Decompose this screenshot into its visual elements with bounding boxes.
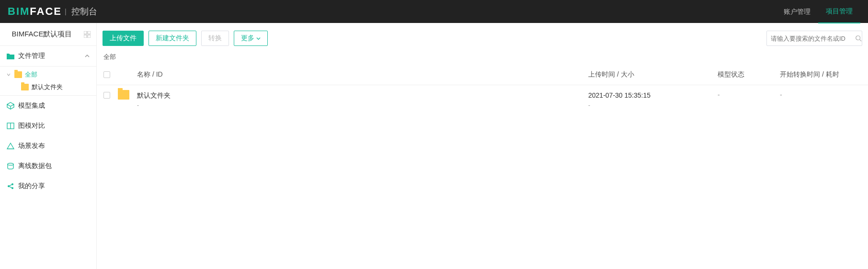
svg-line-10	[10, 185, 12, 186]
logo-separator: |	[65, 8, 67, 15]
folder-icon	[14, 71, 22, 78]
new-folder-button[interactable]: 新建文件夹	[148, 31, 196, 46]
status: -	[718, 91, 720, 99]
sidebar-item-offline-package[interactable]: 离线数据包	[0, 156, 96, 176]
sidebar-item-label: 离线数据包	[18, 162, 52, 170]
more-label: 更多	[241, 34, 254, 43]
breadcrumb: 全部	[97, 51, 868, 64]
row-checkbox[interactable]	[103, 92, 110, 99]
upload-file-button[interactable]: 上传文件	[103, 31, 144, 46]
svg-rect-0	[84, 31, 87, 34]
file-sub: -	[137, 101, 588, 110]
logo: BIMFACE | 控制台	[8, 5, 97, 18]
chevron-up-icon	[85, 54, 90, 58]
sidebar-item-file-management[interactable]: 文件管理	[0, 46, 96, 67]
col-upload-time: 上传时间 / 大小	[588, 64, 718, 85]
folder-icon	[21, 84, 29, 90]
sidebar-item-diagram-compare[interactable]: 图模对比	[0, 116, 96, 136]
grid-icon[interactable]	[84, 31, 91, 38]
project-name: BIMFACE默认项目	[6, 30, 78, 39]
col-convert-time: 开始转换时间 / 耗时	[780, 64, 861, 85]
sidebar-item-model-integration[interactable]: 模型集成	[0, 96, 96, 116]
folder-tree: 全部 默认文件夹	[0, 67, 96, 96]
file-size: -	[588, 101, 718, 110]
folder-icon	[7, 53, 14, 59]
database-icon	[7, 162, 14, 170]
col-name: 名称 / ID	[137, 64, 588, 85]
share-icon	[7, 182, 14, 190]
svg-line-11	[10, 187, 12, 188]
svg-rect-1	[88, 31, 91, 34]
nav-account[interactable]: 账户管理	[776, 0, 818, 23]
app-header: BIMFACE | 控制台 账户管理 项目管理	[0, 0, 868, 23]
caret-down-icon	[7, 73, 11, 77]
table-row[interactable]: 默认文件夹 - 2021-07-30 15:35:15 - - -	[97, 85, 868, 269]
tree-item-label: 全部	[25, 70, 37, 79]
file-table: 名称 / ID 上传时间 / 大小 模型状态 开始转换时间 / 耗时 默认文件夹…	[97, 64, 868, 269]
warning-icon	[7, 142, 14, 150]
svg-line-13	[860, 40, 862, 42]
folder-icon	[118, 90, 129, 100]
svg-point-12	[856, 36, 860, 40]
convert-button[interactable]: 转换	[201, 31, 229, 46]
svg-point-6	[8, 163, 13, 165]
console-title: 控制台	[71, 6, 97, 17]
select-all-checkbox[interactable]	[103, 71, 110, 78]
tree-item-default-folder[interactable]: 默认文件夹	[0, 81, 96, 93]
sidebar-item-label: 场景发布	[18, 142, 45, 150]
chevron-down-icon	[256, 36, 261, 41]
search-icon[interactable]	[855, 35, 862, 42]
svg-rect-3	[88, 35, 91, 38]
nav-project[interactable]: 项目管理	[818, 0, 860, 23]
table-header: 名称 / ID 上传时间 / 大小 模型状态 开始转换时间 / 耗时	[97, 64, 868, 85]
logo-word: BIMFACE	[8, 5, 62, 18]
search-input[interactable]	[767, 35, 855, 42]
file-name: 默认文件夹	[137, 91, 588, 101]
sidebar-item-label: 图模对比	[18, 122, 45, 130]
more-dropdown-button[interactable]: 更多	[234, 31, 268, 46]
toolbar: 上传文件 新建文件夹 转换 更多	[97, 28, 868, 51]
project-selector[interactable]: BIMFACE默认项目	[0, 23, 96, 46]
main-content: 上传文件 新建文件夹 转换 更多 全部 名称 / ID	[97, 23, 868, 269]
svg-rect-2	[84, 35, 87, 38]
convert-time: -	[780, 91, 782, 99]
tree-item-all[interactable]: 全部	[0, 68, 96, 81]
compare-icon	[7, 122, 14, 130]
tree-item-label: 默认文件夹	[32, 83, 63, 91]
sidebar-item-label: 我的分享	[18, 182, 45, 191]
sidebar: BIMFACE默认项目 文件管理 全部	[0, 23, 97, 269]
col-status: 模型状态	[718, 64, 780, 85]
upload-time: 2021-07-30 15:35:15	[588, 91, 718, 101]
sidebar-item-label: 模型集成	[18, 101, 45, 110]
cube-icon	[7, 102, 14, 110]
sidebar-item-scene-publish[interactable]: 场景发布	[0, 136, 96, 156]
sidebar-item-my-share[interactable]: 我的分享	[0, 176, 96, 196]
search-box[interactable]	[766, 31, 862, 46]
sidebar-item-label: 文件管理	[18, 52, 45, 60]
